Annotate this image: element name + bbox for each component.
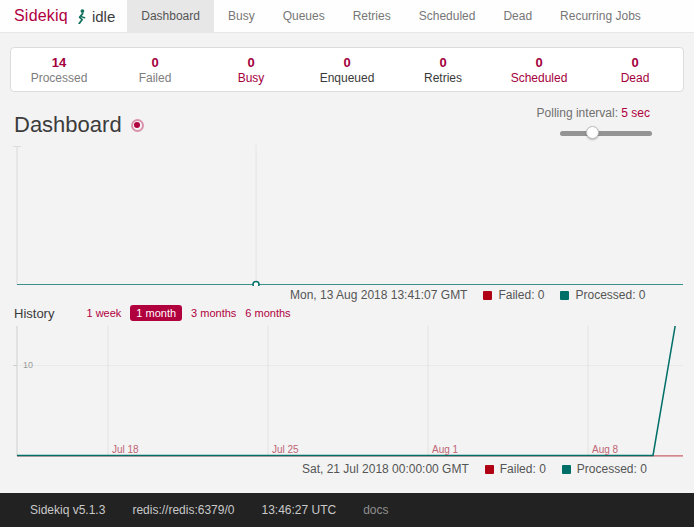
history-xtick-aug8: Aug 8 [592,444,618,455]
footer-version: Sidekiq v5.1.3 [30,503,105,517]
stat-processed: 14 Processed [11,53,107,86]
realtime-hover-point [253,282,259,287]
history-header: History 1 week 1 month 3 months 6 months [14,305,300,321]
history-xtick-jul25: Jul 25 [272,444,299,455]
stat-busy-value: 0 [203,55,299,71]
tab-dead[interactable]: Dead [489,0,546,32]
sidekiq-runner-icon [75,9,87,24]
stat-processed-label: Processed [11,71,107,86]
polling-interval-slider[interactable] [560,126,652,140]
page-head: Dashboard [14,112,144,138]
history-legend-processed: Processed: 0 [562,462,647,476]
sidekiq-dashboard-page: Sidekiq idle Dashboard Busy Queues Retri… [0,0,694,527]
tab-dashboard[interactable]: Dashboard [127,0,214,32]
tab-recurring-jobs[interactable]: Recurring Jobs [546,0,655,32]
processed-swatch-icon [562,465,571,474]
stat-dead[interactable]: 0 Dead [587,53,683,86]
realtime-legend-failed: Failed: 0 [483,288,544,302]
stat-retries-value: 0 [395,55,491,71]
history-chart[interactable] [0,326,694,457]
processed-series-line [17,326,676,456]
failed-swatch-icon [485,465,494,474]
realtime-legend: Mon, 13 Aug 2018 13:41:07 GMT Failed: 0 … [290,288,646,302]
stat-retries[interactable]: 0 Retries [395,53,491,86]
live-beacon-icon [131,119,144,132]
stat-failed: 0 Failed [107,53,203,86]
tab-scheduled[interactable]: Scheduled [405,0,490,32]
history-legend-failed: Failed: 0 [485,462,546,476]
nav-tabs: Dashboard Busy Queues Retries Scheduled … [127,0,655,32]
stat-failed-label: Failed [107,71,203,86]
slider-track[interactable] [560,131,652,136]
process-status: idle [92,8,115,25]
history-legend-date: Sat, 21 Jul 2018 00:00:00 GMT [302,462,469,476]
history-xtick-aug1: Aug 1 [432,444,458,455]
history-title: History [14,306,54,321]
history-legend: Sat, 21 Jul 2018 00:00:00 GMT Failed: 0 … [302,462,647,476]
realtime-legend-date: Mon, 13 Aug 2018 13:41:07 GMT [290,288,467,302]
stat-retries-label: Retries [395,71,491,86]
footer: Sidekiq v5.1.3 redis://redis:6379/0 13:4… [0,493,694,527]
history-range-1-week[interactable]: 1 week [86,307,121,319]
polling-interval-label: Polling interval: 5 sec [537,106,650,120]
brand-group: Sidekiq idle [0,0,127,32]
stat-dead-label: Dead [587,71,683,86]
stat-busy-label: Busy [203,71,299,86]
slider-thumb[interactable] [586,126,599,139]
stat-scheduled[interactable]: 0 Scheduled [491,53,587,86]
sidekiq-brand-link[interactable]: Sidekiq [14,7,68,25]
tab-busy[interactable]: Busy [214,0,269,32]
history-ytick-10: 10 [23,360,33,370]
realtime-legend-processed: Processed: 0 [560,288,645,302]
history-range-1-month[interactable]: 1 month [130,305,182,321]
tab-queues[interactable]: Queues [269,0,339,32]
stat-scheduled-label: Scheduled [491,71,587,86]
footer-docs-link[interactable]: docs [363,503,388,517]
tab-retries[interactable]: Retries [339,0,405,32]
realtime-chart[interactable] [0,145,694,286]
history-xtick-jul18: Jul 18 [112,444,139,455]
stat-busy[interactable]: 0 Busy [203,53,299,86]
footer-redis-url: redis://redis:6379/0 [132,503,234,517]
page-title: Dashboard [14,112,122,138]
stat-failed-value: 0 [107,55,203,71]
stat-dead-value: 0 [587,55,683,71]
polling-interval-value: 5 sec [621,106,650,120]
history-range-6-months[interactable]: 6 months [245,307,290,319]
navbar: Sidekiq idle Dashboard Busy Queues Retri… [0,0,694,33]
history-range-3-months[interactable]: 3 months [191,307,236,319]
stat-enqueued-label: Enqueued [299,71,395,86]
footer-server-time: 13:46:27 UTC [261,503,336,517]
stats-summary-bar: 14 Processed 0 Failed 0 Busy 0 Enqueued … [10,47,684,92]
stat-enqueued[interactable]: 0 Enqueued [299,53,395,86]
stat-scheduled-value: 0 [491,55,587,71]
stat-enqueued-value: 0 [299,55,395,71]
stat-processed-value: 14 [11,55,107,71]
failed-swatch-icon [483,291,492,300]
processed-swatch-icon [560,291,569,300]
